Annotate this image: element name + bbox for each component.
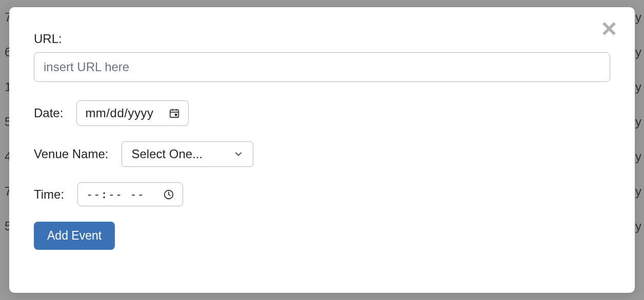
svg-rect-4 (175, 114, 177, 116)
calendar-icon (169, 108, 180, 119)
url-label: URL: (34, 32, 604, 46)
time-label: Time: (34, 187, 64, 202)
date-placeholder-text: mm/dd/yyyy (85, 106, 153, 120)
date-label: Date: (34, 106, 63, 120)
url-input[interactable] (34, 52, 610, 82)
date-field-group: Date: mm/dd/yyyy (34, 100, 610, 126)
url-field-group: URL: (34, 32, 610, 82)
venue-selected-text: Select One... (131, 147, 203, 161)
clock-icon (163, 189, 174, 200)
svg-rect-0 (170, 110, 179, 118)
time-field-group: Time: --:-- -- (34, 182, 610, 206)
close-button[interactable] (598, 17, 620, 40)
time-input[interactable]: --:-- -- (77, 182, 183, 206)
time-placeholder-text: --:-- -- (86, 188, 145, 201)
chevron-down-icon (233, 149, 244, 159)
add-event-modal: URL: Date: mm/dd/yyyy Venue Name: Select… (9, 7, 635, 293)
venue-label: Venue Name: (34, 147, 108, 161)
venue-field-group: Venue Name: Select One... (34, 141, 610, 167)
date-input[interactable]: mm/dd/yyyy (76, 100, 189, 126)
add-event-button[interactable]: Add Event (34, 222, 115, 250)
venue-select[interactable]: Select One... (122, 141, 253, 167)
close-icon (599, 19, 619, 38)
